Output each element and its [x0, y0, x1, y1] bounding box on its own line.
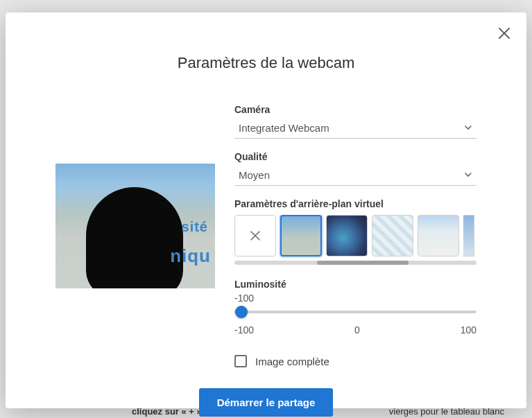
virtual-bg-options — [234, 215, 477, 259]
full-image-checkbox[interactable] — [234, 355, 247, 367]
quality-select-value: Moyen — [234, 165, 477, 185]
slider-rail — [234, 311, 477, 313]
virtual-bg-scrollbar[interactable] — [234, 261, 477, 265]
camera-select-value: Integrated Webcam — [234, 118, 477, 138]
preview-overlay-text2: niqu — [170, 245, 211, 267]
x-icon — [249, 229, 261, 242]
virtual-bg-option-2[interactable] — [326, 215, 368, 256]
brightness-range-labels: -100 0 100 — [234, 324, 477, 336]
quality-select[interactable]: Moyen — [234, 165, 477, 186]
brightness-max: 100 — [461, 324, 477, 336]
chevron-down-icon — [464, 122, 472, 134]
preview-overlay-text: sité — [182, 219, 208, 235]
brightness-min: -100 — [234, 324, 254, 336]
brightness-value: -100 — [234, 293, 477, 304]
virtual-bg-label: Paramètres d'arrière-plan virtuel — [234, 198, 477, 209]
close-button[interactable] — [495, 24, 514, 43]
virtual-bg-option-5[interactable] — [463, 215, 474, 256]
camera-label: Caméra — [234, 104, 477, 115]
webcam-settings-modal: Paramètres de la webcam sité niqu Caméra… — [6, 12, 526, 408]
scrollbar-thumb[interactable] — [317, 261, 409, 265]
brightness-label: Luminosité — [234, 279, 477, 290]
close-icon — [498, 27, 510, 40]
camera-select[interactable]: Integrated Webcam — [234, 118, 477, 139]
webcam-preview: sité niqu — [55, 164, 215, 288]
chevron-down-icon — [464, 169, 472, 182]
virtual-bg-option-4[interactable] — [418, 215, 459, 256]
virtual-bg-option-1[interactable] — [280, 215, 322, 256]
brightness-mid: 0 — [354, 324, 360, 336]
virtual-bg-none[interactable] — [234, 215, 276, 256]
start-sharing-button[interactable]: Démarrer le partage — [199, 388, 334, 417]
brightness-slider[interactable] — [234, 305, 477, 319]
virtual-bg-option-3[interactable] — [372, 215, 413, 256]
slider-thumb[interactable] — [235, 306, 248, 318]
quality-label: Qualité — [234, 151, 477, 162]
modal-title: Paramètres de la webcam — [24, 54, 508, 72]
full-image-label: Image complète — [255, 356, 329, 367]
